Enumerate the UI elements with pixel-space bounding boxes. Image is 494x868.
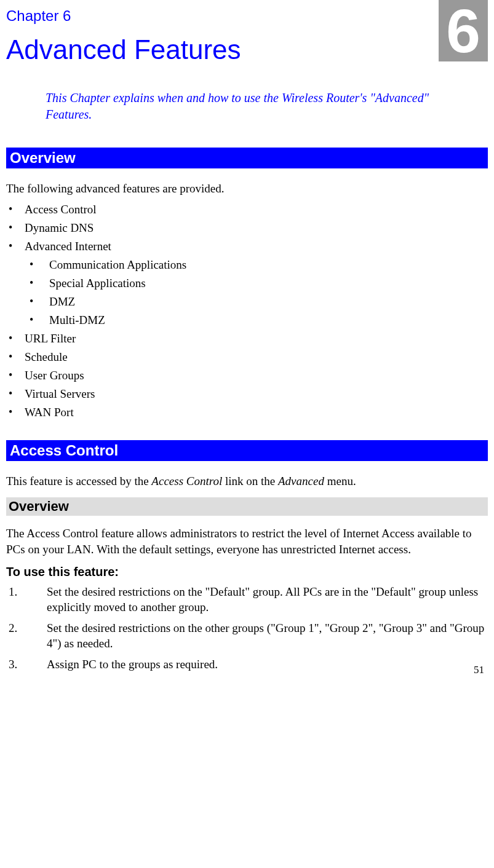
text-emphasis: Access Control bbox=[151, 475, 222, 487]
list-item: URL Filter bbox=[6, 332, 488, 345]
list-item: User Groups bbox=[6, 369, 488, 382]
subsection-heading-overview: Overview bbox=[6, 497, 488, 516]
list-item-label: Advanced Internet bbox=[25, 240, 111, 253]
overview-list: Access Control Dynamic DNS Advanced Inte… bbox=[6, 203, 488, 419]
access-control-description: The Access Control feature allows admini… bbox=[6, 526, 488, 557]
overview-sublist: Communication Applications Special Appli… bbox=[25, 258, 488, 327]
text-fragment: link on the bbox=[222, 475, 278, 487]
text-fragment: This feature is accessed by the bbox=[6, 475, 151, 487]
list-item: Communication Applications bbox=[25, 258, 488, 272]
list-item: DMZ bbox=[25, 295, 488, 309]
list-item: Special Applications bbox=[25, 277, 488, 290]
list-item: Dynamic DNS bbox=[6, 221, 488, 235]
step-item: Assign PC to the groups as required. bbox=[6, 657, 488, 673]
text-fragment: menu. bbox=[324, 475, 356, 487]
chapter-subtitle: This Chapter explains when and how to us… bbox=[46, 90, 469, 123]
document-page: 6 Chapter 6 Advanced Features This Chapt… bbox=[0, 0, 494, 684]
chapter-number-badge: 6 bbox=[439, 0, 488, 61]
list-item: Virtual Servers bbox=[6, 387, 488, 401]
use-feature-steps: Set the desired restrictions on the "Def… bbox=[6, 584, 488, 673]
list-item: WAN Port bbox=[6, 406, 488, 419]
use-feature-heading: To use this feature: bbox=[6, 565, 488, 579]
list-item: Access Control bbox=[6, 203, 488, 216]
list-item: Schedule bbox=[6, 350, 488, 364]
section-heading-overview: Overview bbox=[6, 148, 488, 168]
step-item: Set the desired restrictions on the othe… bbox=[6, 620, 488, 652]
overview-intro: The following advanced features are prov… bbox=[6, 181, 488, 197]
list-item: Advanced Internet Communication Applicat… bbox=[6, 240, 488, 327]
step-item: Set the desired restrictions on the "Def… bbox=[6, 584, 488, 615]
list-item: Multi-DMZ bbox=[25, 314, 488, 327]
chapter-label: Chapter 6 bbox=[6, 7, 488, 25]
chapter-title: Advanced Features bbox=[6, 34, 488, 65]
text-emphasis: Advanced bbox=[278, 475, 324, 487]
section-heading-access-control: Access Control bbox=[6, 440, 488, 461]
access-control-intro: This feature is accessed by the Access C… bbox=[6, 473, 488, 489]
page-number: 51 bbox=[474, 664, 484, 676]
